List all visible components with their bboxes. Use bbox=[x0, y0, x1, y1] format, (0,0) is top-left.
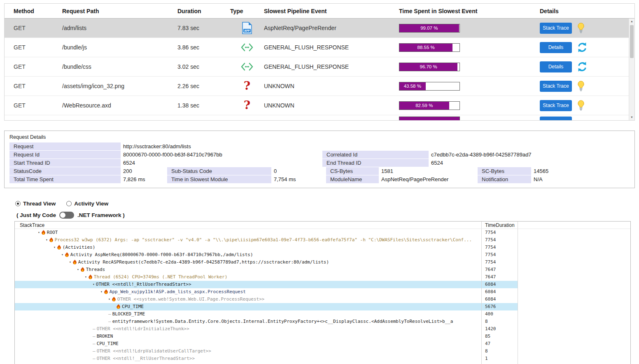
thread-view-radio[interactable]: Thread View bbox=[15, 201, 56, 207]
radio-selected-icon bbox=[15, 201, 21, 206]
stack-trace-row[interactable]: ▾ – OTHER <<ntdll!LdrpValidateUserCallTa… bbox=[15, 362, 630, 364]
refresh-icon[interactable] bbox=[577, 61, 588, 72]
stack-frame-name-cell: ▾ – App_Web_xujpy11k!ASP.adm_lists_aspx.… bbox=[15, 288, 482, 296]
stack-frame-name-cell: ▾ – OTHER <<ntdll!LdrInitializeThunk>> bbox=[15, 325, 482, 333]
slowest-event-cell: GENERAL_FLUSH_RESPONSE bbox=[264, 63, 399, 70]
request-path-cell: /bundle/css bbox=[62, 63, 177, 70]
stack-trace-row[interactable]: ▾ – (Activities) 7754 bbox=[15, 244, 630, 251]
table-row[interactable]: GET /assets/img/icon_32.png 2.26 sec ? U… bbox=[5, 77, 634, 96]
scroll-up-icon[interactable]: ▲ bbox=[629, 19, 634, 24]
details-row: Start Thread ID 6524 End Thread ID 6524 bbox=[9, 159, 630, 167]
scroll-down-icon[interactable]: ▼ bbox=[629, 114, 634, 120]
stack-trace-row[interactable]: ▾ – OTHER <<ntdll!__RtlUserThreadStart>>… bbox=[15, 355, 630, 362]
stack-trace-row[interactable]: ▾ – OTHER <<ntdll!LdrpValidateUserCallTa… bbox=[15, 348, 630, 355]
stack-trace-row[interactable]: ▾ – Thread (6524) CPU=3749ms (.NET Threa… bbox=[15, 273, 630, 281]
row-action-button[interactable]: Stack Trace bbox=[540, 81, 572, 92]
stack-frame-text: Threads bbox=[86, 266, 105, 273]
stack-trace-row[interactable]: ▾ – App_Web_xujpy11k!ASP.adm_lists_aspx.… bbox=[15, 288, 630, 296]
stack-trace-row[interactable]: ▾ – Threads 7647 bbox=[15, 266, 630, 273]
stack-frame-text: App_Web_xujpy11k!ASP.adm_lists_aspx.Proc… bbox=[110, 288, 246, 296]
expander-icon[interactable]: ▾ bbox=[93, 281, 95, 288]
column-header-time-spent: Time Spent in Slowest Event bbox=[399, 8, 540, 14]
lightbulb-icon[interactable] bbox=[577, 81, 585, 91]
time-percent-fill: 43.58 % bbox=[399, 82, 426, 90]
expander-icon[interactable]: ▾ bbox=[46, 236, 48, 244]
expander-icon[interactable]: ▾ bbox=[108, 296, 110, 303]
table-scrollbar[interactable]: ▲ ▼ bbox=[629, 19, 634, 120]
expander-icon[interactable]: ▾ bbox=[54, 244, 56, 251]
table-row[interactable]: GET /WebResource.axd 1.38 sec ? UNKNOWN … bbox=[5, 96, 634, 115]
stack-frame-name-cell: ▾ – OTHER <<system.web!System.Web.UI.Pag… bbox=[15, 296, 482, 303]
time-spent-cell: 82.59 % bbox=[399, 101, 540, 110]
table-row[interactable]: GET /adm/lists 7.83 sec APP AspNetReq/Pa… bbox=[5, 19, 634, 38]
code-filter-toggle[interactable] bbox=[59, 212, 74, 219]
tree-tick: – bbox=[93, 333, 96, 340]
activity-view-radio[interactable]: Activity View bbox=[66, 201, 108, 207]
flame-icon bbox=[88, 274, 93, 280]
time-percent-bar: 43.58 % bbox=[399, 82, 460, 91]
expander-icon[interactable]: ▾ bbox=[85, 273, 87, 281]
time-duration-cell: 1 bbox=[482, 355, 518, 362]
row-action-button[interactable]: Stack Trace bbox=[540, 100, 572, 111]
refresh-icon[interactable] bbox=[577, 42, 588, 53]
table-row[interactable]: GET /bundle/css 3.02 sec GENERAL_FLUSH_R… bbox=[5, 57, 634, 77]
duration-cell: 7.83 sec bbox=[177, 25, 230, 31]
expander-icon[interactable]: ▾ bbox=[100, 288, 103, 296]
stack-trace-row[interactable]: ▾ – BROKEN 85 bbox=[15, 333, 630, 340]
time-duration-cell: 400 bbox=[482, 310, 518, 318]
stack-trace-row[interactable]: ▾ – OTHER <<ntdll!_RtlUserThreadStart>> … bbox=[15, 281, 630, 288]
scrollbar-track[interactable] bbox=[629, 24, 634, 114]
type-cell bbox=[230, 42, 264, 52]
stack-trace-row[interactable]: ▾ – BLOCKED_TIME 400 bbox=[15, 310, 630, 318]
stack-trace-row[interactable]: ▾ – Process32 w3wp (6372) Args: -ap "ssc… bbox=[15, 236, 630, 244]
tree-tick: – bbox=[93, 355, 96, 362]
expander-icon[interactable]: ▾ bbox=[61, 251, 63, 259]
lightbulb-icon[interactable] bbox=[577, 100, 585, 111]
stack-trace-row[interactable]: ▾ – entityframework!System.Data.Entity.C… bbox=[15, 318, 630, 325]
time-spent-cell: 99.07 % bbox=[399, 24, 540, 33]
cs-bytes-label: CS-Bytes bbox=[326, 167, 379, 175]
total-time-spent-value: 7,826 ms bbox=[121, 175, 167, 183]
stack-frame-name-cell: ▾ – CPU_TIME bbox=[15, 340, 482, 348]
expander-icon[interactable]: ▾ bbox=[38, 229, 40, 236]
request-id-value: 80000670-0000-f000-b63f-84710c7967bb bbox=[121, 151, 322, 159]
column-header-method: Method bbox=[14, 8, 62, 14]
scrollbar-thumb[interactable] bbox=[630, 25, 634, 58]
request-path-cell: /assets/img/icon_32.png bbox=[62, 83, 177, 89]
duration-cell: 1.38 sec bbox=[177, 102, 230, 109]
stack-trace-row[interactable]: ▾ – OTHER <<ntdll!LdrInitializeThunk>> 1… bbox=[15, 325, 630, 333]
notification-label: Notification bbox=[478, 175, 531, 183]
row-action-button[interactable]: Stack Trace bbox=[540, 23, 572, 34]
stack-frame-name-cell: ▾ – OTHER <<ntdll!LdrpValidateUserCallTa… bbox=[15, 362, 482, 364]
time-spent-cell: 88.55 % bbox=[399, 43, 540, 52]
stack-trace-row[interactable]: ▾ – Activity RecASPRequest(c7edbb7c-e2da… bbox=[15, 259, 630, 266]
lightbulb-icon[interactable] bbox=[577, 23, 585, 33]
stack-frame-text: Activity RecASPRequest(c7edbb7c-e2da-438… bbox=[78, 259, 329, 266]
question-icon: ? bbox=[244, 80, 250, 92]
partial-action-button bbox=[540, 117, 572, 120]
flame-icon bbox=[80, 267, 85, 273]
time-in-slowest-module-label: Time in Slowest Module bbox=[167, 175, 271, 183]
stack-frame-text: OTHER <<system.web!System.Web.UI.Page.Pr… bbox=[117, 296, 265, 303]
stack-frame-name-cell: ▾ – Activity RecASPRequest(c7edbb7c-e2da… bbox=[15, 259, 482, 266]
stack-trace-row[interactable]: ▾ – CPU_TIME 47 bbox=[15, 340, 630, 348]
stack-trace-row[interactable]: ▾ – CPU_TIME 5676 bbox=[15, 303, 630, 310]
stack-trace-row[interactable]: ▾ – Activity AspNetReq(80000670-0000-f00… bbox=[15, 251, 630, 259]
stack-trace-row[interactable]: ▾ – OTHER <<system.web!System.Web.UI.Pag… bbox=[15, 296, 630, 303]
time-duration-cell: 7754 bbox=[482, 259, 518, 266]
expander-icon[interactable]: ▾ bbox=[77, 266, 79, 273]
stack-frame-text: CPU_TIME bbox=[122, 303, 144, 310]
stack-frame-name-cell: ▾ – Process32 w3wp (6372) Args: -ap "ssc… bbox=[15, 236, 482, 244]
stack-frame-text: ROOT bbox=[47, 229, 58, 236]
table-row[interactable]: GET /bundle/js 3.86 sec GENERAL_FLUSH_RE… bbox=[5, 38, 634, 57]
column-header-slowest-event: Slowest Pipeline Event bbox=[264, 8, 399, 14]
details-cell: Details bbox=[540, 42, 634, 53]
flame-icon bbox=[57, 245, 61, 250]
row-action-button[interactable]: Details bbox=[540, 61, 572, 72]
row-action-button[interactable]: Details bbox=[540, 42, 572, 53]
stack-frame-text: (Activities) bbox=[63, 244, 95, 251]
stack-trace-row[interactable]: ▾ – ROOT 7754 bbox=[15, 229, 630, 236]
expander-icon[interactable]: ▾ bbox=[69, 259, 71, 266]
view-mode-controls: Thread View Activity View bbox=[15, 200, 639, 207]
tree-tick: – bbox=[108, 318, 111, 325]
